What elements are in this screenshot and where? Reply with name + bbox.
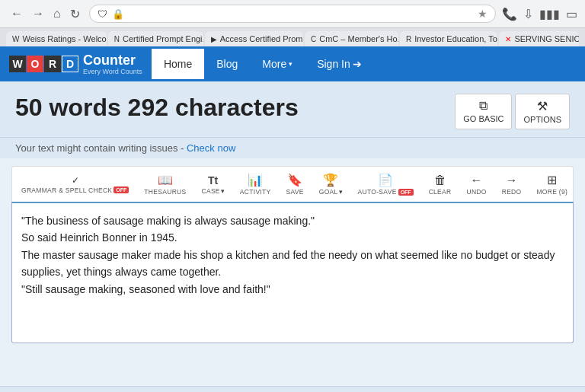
tab-investor[interactable]: R Investor Education, To... (400, 31, 497, 46)
stats-header: 50 words 292 characters ⧉ GO BASIC ⚒ OPT… (0, 81, 585, 138)
goal-arrow: ▾ (339, 188, 343, 196)
grammar-label: GRAMMAR & SPELL CHECK (21, 186, 112, 194)
options-button[interactable]: ⚒ OPTIONS (515, 94, 570, 129)
clear-icon: 🗑 (434, 174, 446, 187)
pocket-icon[interactable]: 📞 (502, 7, 517, 21)
more-icon: ⊞ (547, 173, 557, 187)
options-icon: ⚒ (537, 99, 548, 113)
page-footer: 50 words 292 characters Your text might … (0, 386, 585, 392)
autosave-label: AUTO-SAVE (358, 188, 397, 196)
main-content: 50 words 292 characters ⧉ GO BASIC ⚒ OPT… (0, 81, 585, 386)
clear-label: CLEAR (429, 188, 452, 196)
site-nav: W O R D Counter Every Word Counts Home B… (0, 46, 585, 81)
menu-icon[interactable]: ▭ (566, 7, 577, 21)
tab-certified-icon: N (114, 35, 120, 43)
stats-display: 50 words 292 characters (15, 94, 299, 122)
logo-r: R (44, 56, 61, 72)
activity-button[interactable]: 📊 ACTIVITY (235, 170, 276, 199)
thesaurus-label: THESAURUS (144, 188, 186, 196)
options-label: OPTIONS (523, 115, 561, 124)
nav-links: Home Blog More ▾ Sign In ➔ (152, 49, 374, 79)
grammar-spell-button[interactable]: ✓ GRAMMAR & SPELL CHECK OFF (17, 172, 133, 197)
activity-label: ACTIVITY (240, 188, 271, 196)
text-editor: "The business of sausage making is alway… (11, 202, 574, 343)
download-icon[interactable]: ⇩ (523, 7, 533, 21)
stats-actions: ⧉ GO BASIC ⚒ OPTIONS (455, 94, 570, 129)
logo-o: O (27, 56, 43, 72)
tab-weiss[interactable]: W Weiss Ratings - Welco... (6, 31, 107, 46)
nav-more[interactable]: More ▾ (250, 49, 305, 79)
clear-button[interactable]: 🗑 CLEAR (424, 171, 456, 199)
goal-icon: 🏆 (323, 173, 338, 187)
check-now-link[interactable]: Check now (187, 142, 235, 154)
editor-textarea[interactable]: "The business of sausage making is alway… (12, 203, 573, 340)
autosave-button[interactable]: 📄 AUTO-SAVE OFF (353, 170, 418, 199)
nav-blog[interactable]: Blog (204, 49, 250, 79)
tab-access-icon: ▶ (211, 35, 217, 43)
url-input[interactable]: https://wordcounter.net (129, 8, 473, 20)
save-icon: 🔖 (287, 173, 302, 187)
goal-label: GOAL (319, 188, 338, 196)
tabs-bar: W Weiss Ratings - Welco... N Certified P… (0, 28, 585, 46)
logo-text-area: Counter Every Word Counts (83, 53, 142, 75)
logo-d: D (62, 56, 78, 72)
address-bar[interactable]: 🛡 🔒 https://wordcounter.net ★ (89, 5, 496, 23)
redo-label: REDO (502, 188, 522, 196)
nav-home[interactable]: Home (152, 49, 204, 79)
bookmark-icon[interactable]: ★ (478, 8, 488, 20)
undo-label: UNDO (466, 188, 486, 196)
tab-certified-label: Certified Prompt Engi... (123, 34, 203, 43)
undo-button[interactable]: ← UNDO (462, 171, 491, 199)
case-label: CASE (201, 187, 219, 195)
forward-button[interactable]: → (29, 5, 47, 22)
tab-cmc-icon: C (311, 35, 316, 43)
undo-icon: ← (471, 174, 483, 187)
nav-signin[interactable]: Sign In ➔ (305, 49, 374, 79)
signin-icon: ➔ (353, 58, 362, 70)
activity-icon: 📊 (248, 173, 263, 187)
toolbar: ✓ GRAMMAR & SPELL CHECK OFF 📖 THESAURUS … (11, 166, 574, 202)
browser-actions: 📞 ⇩ ▮▮▮ ▭ (502, 7, 577, 21)
grammar-toggle: OFF (113, 186, 129, 193)
lock-icon: 🔒 (112, 8, 124, 20)
reload-button[interactable]: ↻ (67, 5, 83, 23)
browser-chrome: ← → ⌂ ↻ 🛡 🔒 https://wordcounter.net ★ 📞 … (0, 0, 585, 28)
stats-icon[interactable]: ▮▮▮ (539, 7, 560, 21)
logo-tagline: Every Word Counts (83, 69, 142, 75)
thesaurus-button[interactable]: 📖 THESAURUS (139, 170, 190, 199)
logo-area: W O R D Counter Every Word Counts (0, 46, 152, 81)
autosave-icon: 📄 (378, 173, 393, 187)
redo-button[interactable]: → REDO (497, 171, 526, 199)
tab-access[interactable]: ▶ Access Certified Prom... (205, 31, 303, 46)
goal-button[interactable]: 🏆 GOAL ▾ (315, 170, 347, 199)
save-label: SAVE (286, 188, 304, 196)
tab-cmc[interactable]: C CmC – Member's Ho... (305, 31, 398, 46)
more-button[interactable]: ⊞ MORE (9) (532, 170, 572, 199)
go-basic-button[interactable]: ⧉ GO BASIC (455, 94, 512, 129)
save-button[interactable]: 🔖 SAVE (282, 170, 308, 199)
security-icon: 🛡 (98, 8, 107, 20)
autosave-toggle: OFF (398, 189, 414, 196)
back-button[interactable]: ← (8, 5, 26, 22)
issue-text: Your text might contain writing issues - (15, 142, 187, 154)
tab-investor-icon: R (406, 35, 411, 43)
case-icon: Tt (208, 174, 218, 186)
tab-serving-icon: ✕ (505, 35, 511, 43)
logo-brand: Counter (83, 53, 136, 68)
go-basic-icon: ⧉ (479, 99, 488, 113)
case-button[interactable]: Tt CASE ▾ (197, 171, 229, 198)
stats-title-area: 50 words 292 characters (15, 94, 299, 122)
tab-certified[interactable]: N Certified Prompt Engi... (108, 31, 203, 46)
tab-serving-label: SERVING SENIOI (514, 34, 579, 43)
tab-weiss-label: Weiss Ratings - Welco... (22, 34, 106, 43)
grammar-icon: ✓ (72, 175, 79, 186)
nav-buttons: ← → ⌂ ↻ (8, 5, 83, 23)
tab-weiss-icon: W (12, 35, 19, 43)
issues-bar: Your text might contain writing issues -… (0, 138, 585, 158)
tab-cmc-label: CmC – Member's Ho... (319, 34, 398, 43)
tab-serving[interactable]: ✕ SERVING SENIOI (499, 31, 579, 46)
logo-w: W (9, 56, 26, 72)
home-button[interactable]: ⌂ (50, 5, 64, 22)
tab-access-label: Access Certified Prom... (220, 34, 303, 43)
go-basic-label: GO BASIC (463, 114, 503, 123)
